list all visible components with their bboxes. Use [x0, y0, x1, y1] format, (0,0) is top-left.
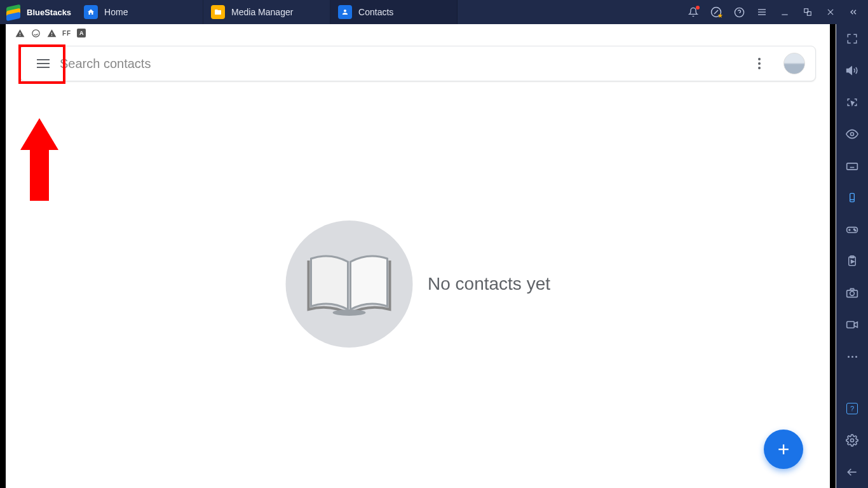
close-icon[interactable]	[825, 6, 836, 18]
a-indicator: A	[77, 29, 86, 37]
svg-rect-21	[850, 193, 855, 201]
android-status-bar: FF A	[6, 24, 830, 42]
warning-icon	[15, 28, 25, 38]
bell-icon[interactable]	[688, 6, 699, 18]
volume-icon[interactable]	[845, 64, 859, 78]
searchbar	[20, 46, 816, 81]
svg-point-27	[855, 230, 856, 231]
empty-state: No contacts yet	[285, 220, 550, 348]
guide-icon[interactable]: ?	[845, 402, 859, 416]
whatsapp-icon	[31, 28, 41, 38]
svg-point-12	[332, 309, 365, 316]
tab-media-manager[interactable]: Media Manager	[203, 0, 330, 24]
svg-marker-34	[854, 322, 857, 327]
bluestacks-sidebar: ?	[836, 24, 868, 488]
record-icon[interactable]	[845, 318, 859, 332]
searchbar-container	[6, 42, 830, 81]
hamburger-menu-icon[interactable]	[31, 51, 56, 76]
clipboard-play-icon[interactable]	[845, 254, 859, 268]
menu-icon[interactable]	[756, 6, 768, 18]
main-area: FF A	[0, 24, 868, 488]
more-icon[interactable]	[845, 349, 859, 363]
book-icon	[285, 220, 412, 348]
titlebar: BlueStacks Home Media Manager Contacts	[0, 0, 868, 24]
avatar[interactable]	[783, 53, 805, 74]
empty-state-message: No contacts yet	[428, 274, 550, 294]
eye-icon[interactable]	[845, 127, 859, 141]
svg-point-14	[851, 133, 854, 136]
warning-icon-2	[46, 28, 57, 38]
minimize-icon[interactable]	[779, 6, 790, 18]
app-logo-area: BlueStacks	[0, 4, 76, 20]
svg-point-32	[850, 292, 855, 296]
plus-icon: +	[778, 439, 790, 459]
tab-strip: Home Media Manager Contacts	[76, 0, 458, 24]
svg-point-35	[851, 439, 854, 442]
bluestacks-logo-icon	[6, 4, 22, 20]
gamepad-icon[interactable]	[845, 222, 859, 236]
chevron-left-double-icon[interactable]	[848, 6, 859, 18]
svg-rect-15	[847, 163, 858, 170]
add-contact-button[interactable]: +	[764, 430, 803, 469]
phone-rotate-icon[interactable]	[845, 191, 859, 205]
more-options-icon[interactable]	[752, 58, 767, 69]
svg-rect-33	[847, 322, 855, 328]
person-icon	[338, 5, 352, 19]
svg-marker-13	[847, 67, 852, 74]
folder-icon	[211, 5, 225, 19]
home-icon	[84, 5, 98, 19]
cursor-target-icon[interactable]	[845, 95, 859, 109]
app-title: BlueStacks	[27, 8, 71, 17]
titlebar-controls: ★	[688, 0, 868, 24]
keyboard-icon[interactable]	[845, 159, 859, 173]
fullscreen-icon[interactable]	[845, 32, 859, 46]
tab-contacts-label: Contacts	[358, 7, 393, 17]
help-icon[interactable]	[733, 6, 745, 18]
annotation-arrow	[20, 118, 58, 201]
tab-contacts[interactable]: Contacts	[330, 0, 458, 24]
camera-icon[interactable]	[845, 286, 859, 300]
back-icon[interactable]	[845, 465, 859, 479]
tab-home-label: Home	[104, 7, 128, 17]
ff-indicator: FF	[62, 30, 71, 37]
app-content: FF A	[0, 24, 836, 488]
tab-media-label: Media Manager	[231, 7, 293, 17]
settings-icon[interactable]	[845, 433, 859, 447]
maximize-icon[interactable]	[802, 6, 813, 18]
search-input[interactable]	[60, 57, 748, 71]
compass-icon[interactable]: ★	[710, 6, 722, 18]
svg-marker-30	[851, 261, 855, 264]
svg-point-11	[32, 29, 39, 36]
tab-home[interactable]: Home	[76, 0, 203, 24]
